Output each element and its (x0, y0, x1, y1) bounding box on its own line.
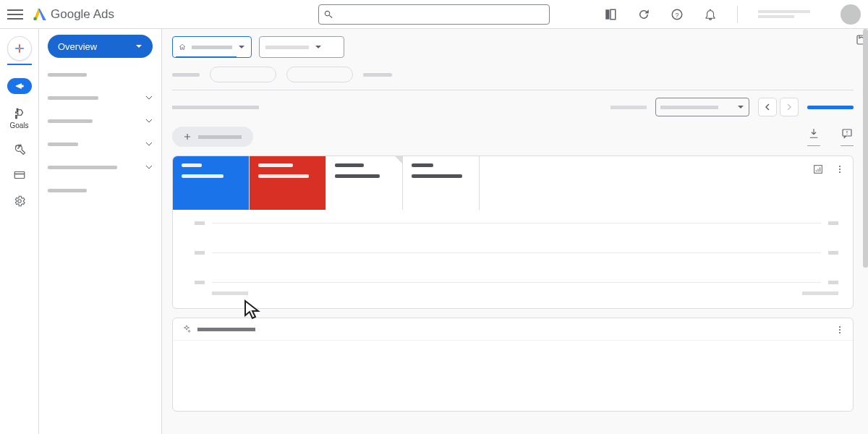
scope-selector-account[interactable] (172, 36, 252, 58)
main-content (162, 29, 868, 434)
svg-rect-1 (605, 9, 609, 20)
svg-point-16 (839, 332, 841, 333)
metric-tile[interactable] (250, 156, 326, 210)
metrics-card (172, 156, 854, 309)
overview-expand[interactable]: Overview (48, 35, 153, 58)
download-icon[interactable] (807, 127, 820, 140)
filter-chip[interactable] (210, 67, 276, 82)
top-header: Google Ads ? (0, 0, 868, 29)
campaigns-nav[interactable] (7, 78, 32, 94)
card-menu-icon[interactable] (834, 324, 846, 339)
sidebar-item[interactable] (48, 114, 153, 127)
section-label (172, 106, 259, 109)
metric-tile[interactable] (173, 156, 250, 210)
search-input[interactable] (318, 4, 550, 25)
notifications-icon[interactable] (704, 8, 717, 21)
date-prev[interactable] (758, 98, 777, 116)
chart-area (173, 210, 853, 299)
chevron-down-icon (135, 43, 142, 50)
svg-point-13 (839, 171, 841, 173)
overview-label: Overview (58, 41, 97, 52)
scrollbar[interactable] (863, 29, 868, 268)
brand-name: Google (51, 7, 90, 21)
billing-nav[interactable] (13, 169, 26, 182)
svg-point-12 (839, 169, 841, 170)
account-info[interactable] (758, 10, 810, 18)
filter-chip[interactable] (286, 67, 353, 82)
search-icon (323, 9, 333, 20)
sidebar-item[interactable] (48, 184, 153, 197)
svg-point-14 (839, 326, 841, 328)
expand-chart-icon[interactable] (812, 163, 824, 175)
sidebar-item[interactable] (48, 68, 153, 81)
scope-selector-secondary[interactable] (259, 36, 344, 58)
sidebar-item[interactable] (48, 91, 153, 104)
sidebar-item[interactable] (48, 161, 153, 174)
sparkle-icon (182, 324, 192, 334)
dropdown-icon (238, 43, 245, 51)
goals-label: Goals (9, 122, 28, 129)
date-range-picker[interactable] (655, 98, 749, 116)
svg-point-11 (839, 166, 841, 167)
home-icon (179, 43, 186, 51)
svg-rect-7 (14, 174, 25, 175)
appearance-icon[interactable] (604, 8, 617, 21)
metric-tile[interactable] (326, 156, 403, 210)
brand-suffix: Ads (93, 7, 114, 21)
metric-tile[interactable] (403, 156, 480, 210)
svg-text:?: ? (675, 11, 678, 18)
admin-nav[interactable] (13, 195, 26, 208)
add-metric-button[interactable] (172, 127, 253, 147)
refresh-icon[interactable] (637, 8, 650, 21)
svg-point-0 (33, 17, 36, 20)
avatar[interactable] (841, 4, 861, 25)
svg-rect-6 (14, 172, 25, 179)
svg-point-5 (21, 85, 24, 88)
card-menu-icon[interactable] (834, 163, 846, 175)
svg-rect-2 (610, 9, 616, 20)
menu-icon[interactable] (7, 7, 23, 22)
create-button[interactable] (7, 36, 32, 61)
goals-nav[interactable]: Goals (9, 107, 28, 129)
svg-point-15 (839, 329, 841, 331)
plus-icon (182, 132, 192, 142)
product-logo[interactable]: Google Ads (33, 7, 114, 22)
left-rail: Goals (0, 29, 39, 434)
dropdown-icon (315, 43, 322, 51)
help-icon[interactable]: ? (671, 8, 684, 21)
sidebar-item[interactable] (48, 137, 153, 150)
insights-card (172, 318, 854, 412)
show-last-link[interactable] (807, 106, 854, 109)
tools-nav[interactable] (13, 142, 26, 156)
feedback-icon[interactable] (841, 127, 854, 140)
secondary-sidebar: Overview (39, 29, 162, 434)
date-next[interactable] (780, 98, 799, 116)
